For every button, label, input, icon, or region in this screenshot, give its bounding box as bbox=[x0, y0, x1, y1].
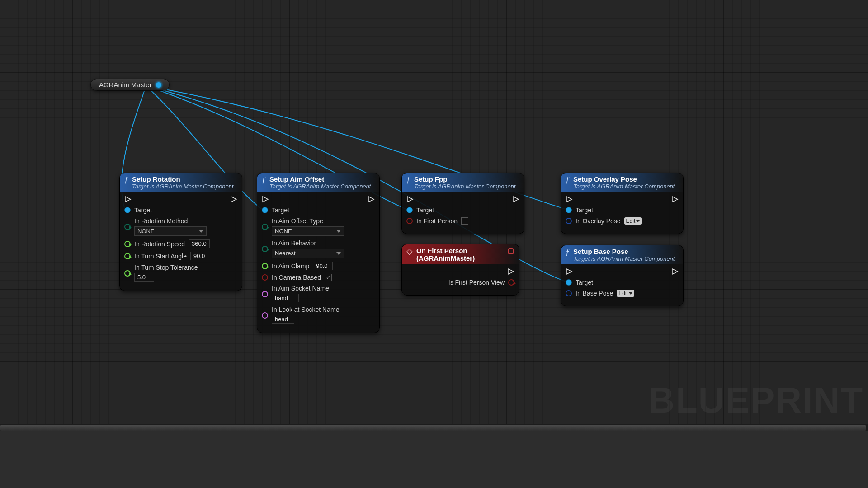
pin-label: Target bbox=[134, 206, 152, 214]
pin-label: In Rotation Method bbox=[134, 217, 207, 225]
rotation-method-select[interactable]: NONE bbox=[134, 226, 207, 236]
node-header[interactable]: ƒ Setup Aim Offset Target is AGRAnim Mas… bbox=[257, 173, 379, 192]
overlay-pose-edit-button[interactable]: Edit bbox=[624, 217, 642, 225]
object-output-pin[interactable] bbox=[156, 82, 162, 88]
turn-stop-tol-input[interactable]: 5.0 bbox=[134, 273, 154, 282]
node-header[interactable]: ƒ Setup Base Pose Target is AGRAnim Mast… bbox=[561, 245, 683, 264]
function-icon: ƒ bbox=[566, 248, 570, 256]
pin-label: In Aim Socket Name bbox=[272, 285, 329, 292]
pin-label: In Aim Clamp bbox=[272, 263, 309, 270]
pin-label: Target bbox=[416, 206, 434, 214]
node-setup-base-pose[interactable]: ƒ Setup Base Pose Target is AGRAnim Mast… bbox=[561, 245, 684, 306]
exec-output-pin[interactable] bbox=[368, 196, 375, 203]
pin-label: In Turn Start Angle bbox=[134, 253, 187, 260]
node-subtitle: Target is AGRAnim Master Component bbox=[573, 255, 675, 262]
turn-stop-tol-pin[interactable] bbox=[124, 270, 131, 277]
target-pin[interactable] bbox=[566, 207, 572, 213]
node-header[interactable]: ◇ On First Person (AGRAnimMaster) bbox=[402, 244, 519, 264]
node-header[interactable]: ƒ Setup Overlay Pose Target is AGRAnim M… bbox=[561, 173, 683, 192]
node-setup-fpp[interactable]: ƒ Setup Fpp Target is AGRAnim Master Com… bbox=[401, 173, 524, 234]
pin-label: Is First Person View bbox=[448, 279, 505, 286]
exec-input-pin[interactable] bbox=[124, 196, 132, 203]
node-subtitle: Target is AGRAnim Master Component bbox=[414, 183, 515, 190]
exec-input-pin[interactable] bbox=[566, 196, 573, 203]
exec-output-pin[interactable] bbox=[230, 196, 237, 203]
pin-label: In Look at Socket Name bbox=[272, 306, 339, 313]
pin-label: Target bbox=[272, 206, 289, 214]
aim-socket-pin[interactable] bbox=[262, 291, 268, 297]
horizontal-scrollbar[interactable] bbox=[0, 424, 868, 431]
target-pin[interactable] bbox=[406, 207, 413, 213]
look-at-socket-input[interactable]: head bbox=[272, 315, 294, 324]
base-pose-edit-button[interactable]: Edit bbox=[617, 290, 634, 297]
node-setup-aim-offset[interactable]: ƒ Setup Aim Offset Target is AGRAnim Mas… bbox=[257, 173, 380, 333]
pin-label: In Turn Stop Tolerance bbox=[134, 264, 198, 271]
pin-label: In Rotation Speed bbox=[134, 240, 185, 248]
pin-label: In Overlay Pose bbox=[576, 217, 621, 225]
exec-output-pin[interactable] bbox=[671, 196, 679, 203]
exec-output-pin[interactable] bbox=[507, 268, 514, 275]
node-subtitle: Target is AGRAnim Master Component bbox=[269, 183, 371, 190]
exec-input-pin[interactable] bbox=[406, 196, 414, 203]
exec-output-pin[interactable] bbox=[671, 268, 679, 275]
target-pin[interactable] bbox=[566, 279, 572, 286]
node-title: Setup Overlay Pose bbox=[573, 175, 675, 183]
node-title: Setup Aim Offset bbox=[269, 175, 371, 183]
base-pose-pin[interactable] bbox=[566, 290, 572, 296]
function-icon: ƒ bbox=[566, 176, 570, 184]
aim-clamp-input[interactable]: 90.0 bbox=[313, 262, 333, 270]
node-setup-rotation[interactable]: ƒ Setup Rotation Target is AGRAnim Maste… bbox=[119, 173, 242, 291]
camera-based-pin[interactable] bbox=[262, 274, 268, 281]
node-subtitle: Target is AGRAnim Master Component bbox=[573, 183, 675, 190]
aim-behavior-select[interactable]: Nearest bbox=[272, 249, 344, 258]
overlay-pose-pin[interactable] bbox=[566, 218, 572, 224]
pin-label: In Aim Behavior bbox=[272, 239, 344, 247]
look-at-socket-pin[interactable] bbox=[262, 312, 268, 319]
aim-behavior-pin[interactable] bbox=[262, 246, 268, 252]
bottom-panel bbox=[0, 431, 868, 488]
delegate-output-pin[interactable] bbox=[508, 248, 514, 254]
pin-label: Target bbox=[576, 206, 593, 214]
aim-offset-type-pin[interactable] bbox=[262, 224, 268, 230]
exec-output-pin[interactable] bbox=[512, 196, 519, 203]
blueprint-watermark: BLUEPRINT bbox=[648, 380, 863, 421]
rotation-method-pin[interactable] bbox=[124, 224, 131, 230]
is-first-person-view-pin[interactable] bbox=[508, 279, 514, 286]
node-header[interactable]: ƒ Setup Rotation Target is AGRAnim Maste… bbox=[120, 173, 242, 192]
scrollbar-thumb[interactable] bbox=[0, 425, 866, 431]
variable-node-title: AGRAnim Master bbox=[99, 81, 152, 89]
event-icon: ◇ bbox=[406, 247, 413, 255]
function-icon: ƒ bbox=[262, 176, 266, 184]
pin-label: In Aim Offset Type bbox=[272, 217, 344, 225]
target-pin[interactable] bbox=[262, 207, 268, 213]
target-pin[interactable] bbox=[124, 207, 131, 213]
rotation-speed-input[interactable]: 360.0 bbox=[189, 239, 210, 248]
function-icon: ƒ bbox=[406, 176, 410, 184]
aim-socket-input[interactable]: hand_r bbox=[272, 294, 299, 302]
exec-input-pin[interactable] bbox=[262, 196, 269, 203]
pin-label: Target bbox=[576, 279, 593, 286]
rotation-speed-pin[interactable] bbox=[124, 241, 131, 247]
in-first-person-checkbox[interactable] bbox=[461, 217, 468, 225]
node-header[interactable]: ƒ Setup Fpp Target is AGRAnim Master Com… bbox=[402, 173, 524, 192]
blueprint-canvas[interactable]: AGRAnim Master ƒ Setup Rotation Target i… bbox=[0, 0, 868, 424]
node-setup-overlay-pose[interactable]: ƒ Setup Overlay Pose Target is AGRAnim M… bbox=[561, 173, 684, 234]
function-icon: ƒ bbox=[124, 176, 128, 184]
in-first-person-pin[interactable] bbox=[406, 218, 413, 224]
camera-based-checkbox[interactable]: ✓ bbox=[325, 274, 332, 281]
node-title: Setup Base Pose bbox=[573, 248, 675, 255]
pin-label: In First Person bbox=[416, 217, 458, 225]
node-on-first-person[interactable]: ◇ On First Person (AGRAnimMaster) Is Fir… bbox=[401, 244, 519, 296]
pin-label: In Camera Based bbox=[272, 274, 321, 281]
node-title: Setup Fpp bbox=[414, 175, 515, 183]
turn-start-angle-pin[interactable] bbox=[124, 253, 131, 259]
node-title: Setup Rotation bbox=[132, 175, 233, 183]
turn-start-angle-input[interactable]: 90.0 bbox=[190, 252, 210, 260]
variable-node-agranim-master[interactable]: AGRAnim Master bbox=[90, 79, 170, 91]
aim-clamp-pin[interactable] bbox=[262, 263, 268, 269]
aim-offset-type-select[interactable]: NONE bbox=[272, 226, 344, 236]
node-subtitle: Target is AGRAnim Master Component bbox=[132, 183, 233, 190]
exec-input-pin[interactable] bbox=[566, 268, 573, 275]
pin-label: In Base Pose bbox=[576, 290, 613, 297]
node-title: On First Person (AGRAnimMaster) bbox=[416, 247, 505, 262]
